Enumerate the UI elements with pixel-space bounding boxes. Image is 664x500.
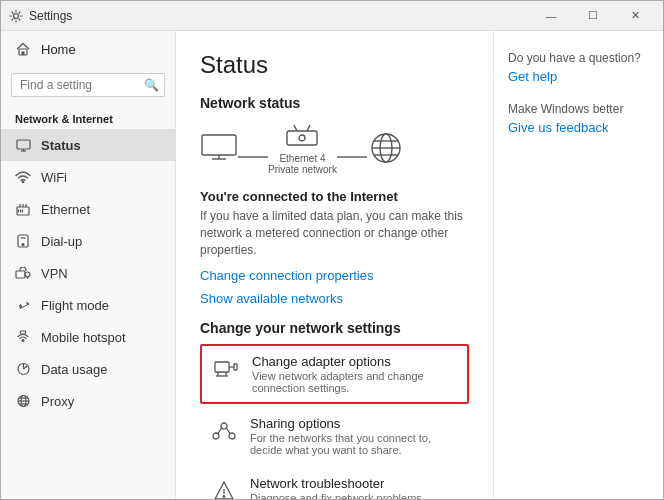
ethernet-label-diagram: Ethernet 4 Private network [268,153,337,175]
svg-rect-31 [202,135,236,155]
change-connection-properties-link[interactable]: Change connection properties [200,268,469,283]
search-icon: 🔍 [144,78,159,92]
troubleshooter-item[interactable]: Network troubleshooter Diagnose and fix … [200,468,469,499]
sidebar-item-vpn[interactable]: VPN [1,257,175,289]
sidebar-item-dialup[interactable]: Dial-up [1,225,175,257]
page-title: Status [200,51,469,79]
svg-line-36 [294,125,297,131]
troubleshooter-desc: Diagnose and fix network problems. [250,492,459,499]
main-content: Status Network status [176,31,493,499]
change-settings-title: Change your network settings [200,320,469,336]
ethernet-label: Ethernet [41,202,90,217]
svg-rect-3 [17,140,30,149]
show-available-networks-link[interactable]: Show available networks [200,291,469,306]
dialup-icon [15,233,31,249]
router-icon: Ethernet 4 Private network [268,121,337,175]
sidebar-item-home[interactable]: Home [1,31,175,67]
svg-rect-17 [16,271,25,278]
close-button[interactable]: ✕ [615,1,655,31]
sidebar-item-datausage[interactable]: Data usage [1,353,175,385]
svg-point-51 [229,433,235,439]
adapter-icon [212,355,240,383]
globe-icon [367,132,405,164]
proxy-icon [15,393,31,409]
vpn-icon [15,265,31,281]
svg-rect-34 [287,131,317,145]
svg-line-52 [218,428,222,434]
status-icon [15,137,31,153]
sharing-options-item[interactable]: Sharing options For the networks that yo… [200,408,469,464]
svg-point-55 [223,496,225,498]
change-adapter-options-item[interactable]: Change adapter options View network adap… [200,344,469,404]
connected-subtext: If you have a limited data plan, you can… [200,208,469,258]
minimize-button[interactable]: — [531,1,571,31]
settings-window: Settings — ☐ ✕ Home 🔍 [0,0,664,500]
home-label: Home [41,42,76,57]
search-input[interactable] [11,73,165,97]
wifi-label: WiFi [41,170,67,185]
network-status-section-title: Network status [200,95,469,111]
feedback-link[interactable]: Give us feedback [508,120,649,135]
computer-icon [200,133,238,163]
sidebar-item-status[interactable]: Status [1,129,175,161]
svg-rect-45 [234,364,237,370]
svg-line-53 [227,428,231,434]
network-diagram: Ethernet 4 Private network [200,121,469,175]
help-section: Do you have a question? Get help [508,51,649,84]
titlebar-controls: — ☐ ✕ [531,1,655,31]
proxy-label: Proxy [41,394,74,409]
home-icon [15,41,31,57]
svg-point-15 [22,244,24,246]
connector-left [238,156,268,158]
connected-text: You're connected to the Internet [200,189,469,204]
content-area: Home 🔍 Network & Internet Status [1,31,663,499]
svg-point-18 [25,272,30,277]
maximize-button[interactable]: ☐ [573,1,613,31]
help-question: Do you have a question? [508,51,649,65]
svg-point-20 [22,340,24,342]
troubleshooter-text: Network troubleshooter Diagnose and fix … [250,476,459,499]
troubleshooter-icon [210,477,238,499]
connector-right [337,156,367,158]
sidebar: Home 🔍 Network & Internet Status [1,31,176,499]
svg-rect-21 [21,331,26,334]
svg-point-50 [213,433,219,439]
svg-point-0 [14,13,19,18]
ethernet-icon [15,201,31,217]
hotspot-label: Mobile hotspot [41,330,126,345]
sidebar-search: 🔍 [11,73,165,97]
dialup-label: Dial-up [41,234,82,249]
flight-icon [15,297,31,313]
sidebar-item-flightmode[interactable]: Flight mode [1,289,175,321]
get-help-link[interactable]: Get help [508,69,649,84]
svg-point-49 [221,423,227,429]
sidebar-item-proxy[interactable]: Proxy [1,385,175,417]
right-panel: Do you have a question? Get help Make Wi… [493,31,663,499]
adapter-title: Change adapter options [252,354,457,369]
sharing-icon [210,417,238,445]
sidebar-item-ethernet[interactable]: Ethernet [1,193,175,225]
titlebar-left: Settings [9,9,72,23]
svg-line-37 [307,125,310,131]
adapter-desc: View network adapters and change connect… [252,370,457,394]
settings-app-icon [9,9,23,23]
sidebar-section-title: Network & Internet [1,103,175,129]
titlebar: Settings — ☐ ✕ [1,1,663,31]
flightmode-label: Flight mode [41,298,109,313]
svg-rect-43 [215,362,229,372]
svg-rect-2 [22,52,25,56]
vpn-label: VPN [41,266,68,281]
titlebar-title: Settings [29,9,72,23]
data-icon [15,361,31,377]
wifi-icon [15,169,31,185]
hotspot-icon [15,329,31,345]
svg-point-35 [299,135,305,141]
sidebar-item-wifi[interactable]: WiFi [1,161,175,193]
make-windows-better: Make Windows better [508,102,649,116]
datausage-label: Data usage [41,362,108,377]
feedback-section: Make Windows better Give us feedback [508,102,649,135]
svg-point-6 [22,181,23,182]
sharing-title: Sharing options [250,416,459,431]
sidebar-item-hotspot[interactable]: Mobile hotspot [1,321,175,353]
sharing-desc: For the networks that you connect to, de… [250,432,459,456]
